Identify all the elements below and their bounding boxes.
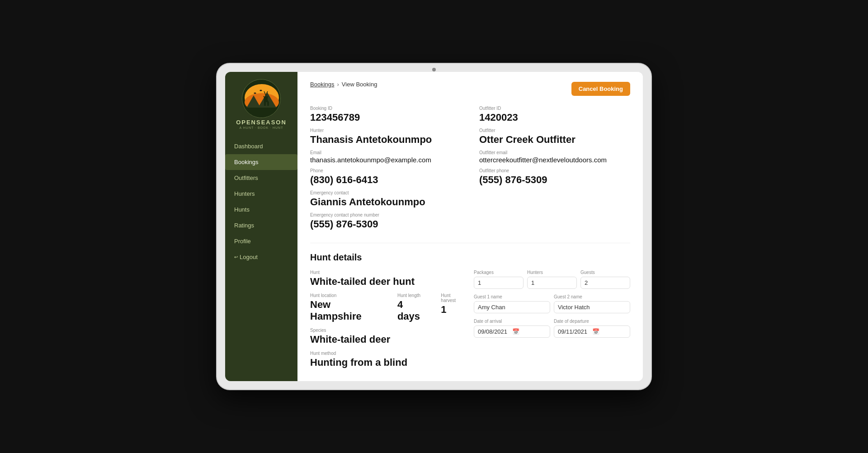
hunt-method-field: Hunt method Hunting from a blind (310, 351, 467, 368)
breadcrumb-current: View Booking (342, 81, 377, 88)
emergency-contact-field: Emergency contact Giannis Antetokounmpo (310, 190, 461, 208)
outfitter-name-label: Outfitter (479, 128, 630, 133)
departure-date-field: Date of departure 09/11/2021 📅 (554, 319, 630, 338)
sidebar-label-profile: Profile (234, 238, 251, 245)
sidebar-label-ratings: Ratings (234, 222, 254, 229)
outfitter-email-label: Outfitter email (479, 150, 630, 155)
packages-input[interactable] (474, 277, 524, 289)
sidebar-item-ratings[interactable]: Ratings (225, 217, 297, 233)
sidebar-item-dashboard[interactable]: Dashboard (225, 138, 297, 154)
hunt-length-label: Hunt length (397, 293, 428, 298)
logout-icon: ↩ (234, 255, 238, 260)
arrival-date-value: 09/08/2021 (478, 328, 512, 335)
outfitter-name-value: Otter Creek Outfitter (479, 134, 630, 146)
hunt-location-field: Hunt location New Hampshire (310, 293, 385, 322)
sidebar-item-outfitters[interactable]: Outfitters (225, 170, 297, 186)
sidebar-item-logout[interactable]: ↩ Logout (225, 249, 297, 265)
sidebar-item-hunters[interactable]: Hunters (225, 186, 297, 202)
main-content: Bookings › View Booking Cancel Booking B… (297, 72, 643, 381)
header-row: Bookings › View Booking Cancel Booking (310, 81, 630, 97)
hunt-harvest-label: Hunt harvest (441, 293, 467, 303)
arrival-date-label: Date of arrival (474, 319, 550, 324)
hunt-name-label: Hunt (310, 270, 467, 275)
hunt-length-field: Hunt length 4 days (397, 293, 428, 322)
outfitter-id-value: 1420023 (479, 112, 630, 123)
guests-field: Guests (580, 270, 630, 289)
booking-right-column: Outfitter ID 1420023 Outfitter Otter Cre… (479, 106, 630, 230)
logo-text: OPENSEASON A HUNT · BOOK · HUNT (236, 118, 287, 129)
logo-open: OPENSEASON (236, 119, 287, 126)
breadcrumb-parent[interactable]: Bookings (310, 81, 334, 88)
emergency-phone-value: (555) 876-5309 (310, 218, 461, 230)
sidebar-label-hunts: Hunts (234, 206, 250, 213)
svg-rect-5 (245, 108, 279, 117)
sidebar-item-bookings[interactable]: Bookings (225, 154, 297, 170)
sidebar-item-profile[interactable]: Profile (225, 233, 297, 249)
emergency-contact-label: Emergency contact (310, 190, 461, 195)
species-label: Species (310, 328, 467, 333)
email-label: Email (310, 150, 461, 155)
hunt-location-label: Hunt location (310, 293, 385, 298)
guests-input[interactable] (580, 277, 630, 289)
hunters-field: Hunters (527, 270, 577, 289)
phone-label: Phone (310, 168, 461, 173)
guest1-label: Guest 1 name (474, 294, 550, 299)
calendar-icon-departure: 📅 (592, 328, 627, 335)
email-value: thanasis.antetokounmpo@example.com (310, 156, 461, 164)
outfitter-email-field: Outfitter email ottercreekoutfitter@next… (479, 150, 630, 164)
tablet-screen: OPENSEASON A HUNT · BOOK · HUNT Dashboar… (225, 72, 643, 381)
departure-date-label: Date of departure (554, 319, 630, 324)
dates-row: Date of arrival 09/08/2021 📅 Date of dep… (474, 319, 630, 338)
hunter-name: Thanasis Antetokounmpo (310, 134, 461, 146)
hunt-details-layout: Hunt White-tailed deer hunt Hunt locatio… (310, 270, 630, 374)
booking-details-grid: Booking ID 123456789 Hunter Thanasis Ant… (310, 106, 630, 230)
packages-hunters-guests-row: Packages Hunters Guests (474, 270, 630, 289)
sidebar-label-bookings: Bookings (234, 159, 258, 165)
phone-field: Phone (830) 616-6413 (310, 168, 461, 186)
species-value: White-tailed deer (310, 334, 467, 345)
guest1-input[interactable] (474, 301, 550, 313)
guests-label: Guests (580, 270, 630, 275)
sidebar-label-hunters: Hunters (234, 190, 255, 197)
outfitter-phone-field: Outfitter phone (555) 876-5309 (479, 168, 630, 186)
hunt-name-value: White-tailed deer hunt (310, 276, 467, 288)
logo-tagline: A HUNT · BOOK · HUNT (236, 126, 287, 129)
hunters-input[interactable] (527, 277, 577, 289)
cancel-booking-button[interactable]: Cancel Booking (571, 82, 630, 96)
outfitter-phone-value: (555) 876-5309 (479, 174, 630, 186)
hunters-label: Hunters (527, 270, 577, 275)
section-divider (310, 243, 630, 243)
booking-id-label: Booking ID (310, 106, 461, 111)
hunt-method-value: Hunting from a blind (310, 357, 467, 368)
guest2-input[interactable] (554, 301, 630, 313)
hunt-harvest-field: Hunt harvest 1 (441, 293, 467, 322)
guest2-field: Guest 2 name (554, 294, 630, 313)
sidebar-item-hunts[interactable]: Hunts (225, 202, 297, 217)
sidebar: OPENSEASON A HUNT · BOOK · HUNT Dashboar… (225, 72, 297, 381)
hunt-harvest-value: 1 (441, 304, 467, 316)
outfitter-email-value: ottercreekoutfitter@nextleveloutdoors.co… (479, 156, 630, 164)
hunt-right-column: Packages Hunters Guests (474, 270, 630, 374)
hunt-location-value: New Hampshire (310, 299, 385, 322)
departure-date-input[interactable]: 09/11/2021 📅 (554, 326, 630, 338)
hunt-details-section: Hunt details Hunt White-tailed deer hunt… (310, 252, 630, 374)
arrival-date-input[interactable]: 09/08/2021 📅 (474, 326, 550, 338)
calendar-icon-arrival: 📅 (512, 328, 547, 335)
breadcrumb: Bookings › View Booking (310, 81, 377, 88)
hunter-field: Hunter Thanasis Antetokounmpo (310, 128, 461, 146)
phone-value: (830) 616-6413 (310, 174, 461, 186)
guest1-field: Guest 1 name (474, 294, 550, 313)
departure-date-value: 09/11/2021 (558, 328, 592, 335)
camera (432, 68, 436, 71)
hunt-length-value: 4 days (397, 299, 428, 322)
tablet-frame: OPENSEASON A HUNT · BOOK · HUNT Dashboar… (217, 64, 651, 389)
booking-id-field: Booking ID 123456789 (310, 106, 461, 123)
sidebar-label-logout: Logout (240, 254, 258, 260)
outfitter-name-field: Outfitter Otter Creek Outfitter (479, 128, 630, 146)
hunt-method-label: Hunt method (310, 351, 467, 356)
outfitter-id-field: Outfitter ID 1420023 (479, 106, 630, 123)
outfitter-id-label: Outfitter ID (479, 106, 630, 111)
sidebar-label-dashboard: Dashboard (234, 143, 263, 150)
email-field: Email thanasis.antetokounmpo@example.com (310, 150, 461, 164)
emergency-contact-value: Giannis Antetokounmpo (310, 196, 461, 208)
